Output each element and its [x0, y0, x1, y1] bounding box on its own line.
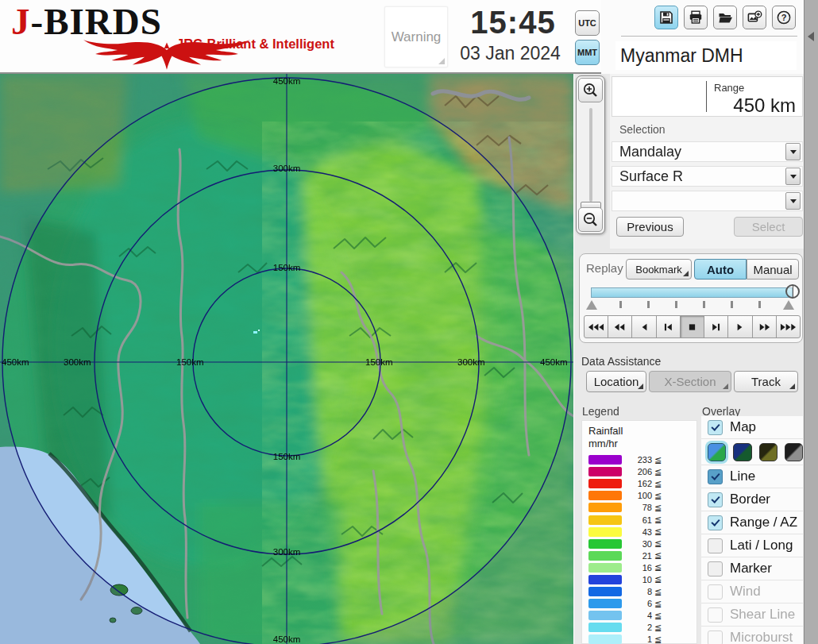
capture-image-button[interactable] [743, 6, 766, 29]
legend-value: 78 [625, 503, 652, 512]
rainfall-legend: Rainfall mm/hr 233≦206≦162≦100≦78≦61≦43≦… [581, 420, 697, 644]
auto-button[interactable]: Auto [694, 259, 747, 280]
replay-slider-knob[interactable] [785, 284, 800, 299]
manual-button[interactable]: Manual [747, 259, 799, 280]
checkbox-map[interactable] [708, 420, 723, 435]
replay-range-start-marker[interactable] [586, 300, 597, 310]
utc-button[interactable]: UTC [575, 10, 600, 36]
checkbox-border[interactable] [708, 492, 723, 507]
zoom-out-icon [582, 211, 600, 229]
map-style-swatch-3[interactable] [759, 443, 777, 461]
product-dropdown-button[interactable] [785, 168, 801, 185]
range-ring-label: 150km [273, 263, 301, 272]
replay-progress-bar[interactable] [591, 287, 793, 298]
overlay-row-marker[interactable]: Marker [701, 557, 803, 580]
overlay-row-line[interactable]: Line [701, 465, 803, 488]
overlay-row-range-az[interactable]: Range / AZ [701, 511, 803, 534]
legend-row: 30≦ [588, 538, 696, 550]
mmt-button[interactable]: MMT [575, 40, 600, 65]
terrain-map[interactable]: 450km300km150km150km300km450km450km300km… [0, 74, 573, 644]
site-dropdown-value: Mandalay [612, 144, 785, 160]
select-button[interactable]: Select [734, 217, 803, 237]
warning-panel[interactable]: Warning [384, 6, 448, 67]
radar-map-display[interactable]: 450km300km150km150km300km450km450km300km… [0, 74, 573, 644]
legend-color-swatch [588, 503, 622, 512]
panel-collapse-strip[interactable] [804, 0, 818, 644]
legend-color-swatch [588, 539, 622, 549]
fast-forward-3x-button[interactable] [776, 315, 801, 338]
track-button[interactable]: Track [734, 371, 798, 392]
chevron-down-icon [790, 150, 797, 154]
legend-value: 43 [625, 527, 652, 537]
header-right-panel: ? Myanmar DMH [601, 0, 804, 74]
play-button[interactable] [727, 315, 752, 338]
step-forward-button[interactable] [704, 315, 728, 338]
option-dropdown-button[interactable] [785, 192, 801, 210]
fast-rewind-button[interactable] [608, 315, 632, 338]
save-button[interactable] [654, 6, 678, 29]
fast-forward-button[interactable] [752, 315, 777, 338]
legend-row: 21≦ [588, 550, 696, 561]
legend-row: 162≦ [588, 478, 696, 490]
less-than-equal-symbol: ≦ [654, 526, 662, 537]
checkbox-marker[interactable] [708, 561, 723, 577]
map-style-swatch-2[interactable] [733, 443, 751, 461]
stop-button[interactable] [680, 315, 704, 338]
legend-row: 4≦ [588, 610, 696, 622]
site-dropdown[interactable]: Mandalay [612, 141, 803, 162]
checkbox-line[interactable] [708, 469, 723, 484]
overlay-row-lati-long[interactable]: Lati / Long [701, 534, 803, 557]
clock-date: 03 Jan 2024 [449, 43, 572, 64]
legend-value: 10 [625, 575, 652, 584]
range-ring-label: 150km [273, 452, 301, 461]
step-forward-icon [708, 322, 724, 332]
location-button[interactable]: Location [586, 371, 646, 392]
zoom-in-button[interactable] [578, 78, 603, 102]
checkbox-lati-long[interactable] [708, 538, 723, 553]
legend-value: 4 [625, 611, 652, 620]
zoom-slider-track[interactable] [589, 108, 592, 202]
overlay-item-label: Map [730, 419, 756, 435]
checkbox-range-az[interactable] [708, 515, 723, 530]
open-folder-button[interactable] [713, 6, 737, 29]
fast-forward-3x-icon [780, 322, 797, 332]
option-dropdown[interactable] [612, 191, 803, 211]
overlay-item-label: Wind [730, 584, 761, 600]
resize-grip-icon[interactable] [438, 58, 445, 64]
zoom-out-button[interactable] [578, 207, 603, 232]
overlay-row-wind[interactable]: Wind [701, 580, 803, 604]
collapse-arrow-icon[interactable] [808, 32, 814, 41]
print-button[interactable] [684, 6, 708, 29]
bookmark-button[interactable]: Bookmark [626, 259, 692, 280]
less-than-equal-symbol: ≦ [654, 587, 662, 597]
range-ring-label: 450km [2, 357, 29, 367]
product-dropdown[interactable]: Surface R [612, 166, 803, 187]
map-style-swatch-4[interactable] [785, 443, 803, 461]
overlay-row-shear-line[interactable]: Shear Line [701, 604, 803, 627]
checkbox-microburst [708, 631, 723, 644]
range-label: Range [714, 82, 744, 94]
fast-rewind-3x-button[interactable] [584, 315, 608, 338]
tick-mark [619, 301, 622, 308]
overlay-row-map[interactable]: Map [701, 416, 803, 439]
overlay-row-border[interactable]: Border [701, 488, 803, 511]
header-divider [621, 36, 797, 37]
overlay-item-label: Border [730, 492, 770, 507]
site-dropdown-button[interactable] [785, 143, 801, 160]
step-back-button[interactable] [656, 315, 681, 338]
xsection-button[interactable]: X-Section [649, 371, 731, 392]
legend-color-swatch [588, 575, 622, 584]
map-style-swatch-1[interactable] [708, 443, 726, 461]
replay-range-end-marker[interactable] [783, 300, 794, 310]
overlay-row-microburst[interactable]: Microburst [701, 627, 803, 644]
overlay-item-label: Range / AZ [730, 515, 797, 530]
brand-title: J-BIRDS [11, 3, 162, 40]
previous-button[interactable]: Previous [616, 217, 684, 237]
reverse-play-button[interactable] [631, 315, 656, 338]
jbirds-application-window: J-BIRDS JRC-Brilliant & Intelligent Rada… [0, 0, 818, 644]
help-button[interactable]: ? [772, 6, 796, 29]
legend-value: 21 [625, 551, 652, 561]
play-icon [731, 322, 748, 332]
tick-mark [675, 301, 677, 308]
fast-rewind-icon [612, 322, 628, 332]
